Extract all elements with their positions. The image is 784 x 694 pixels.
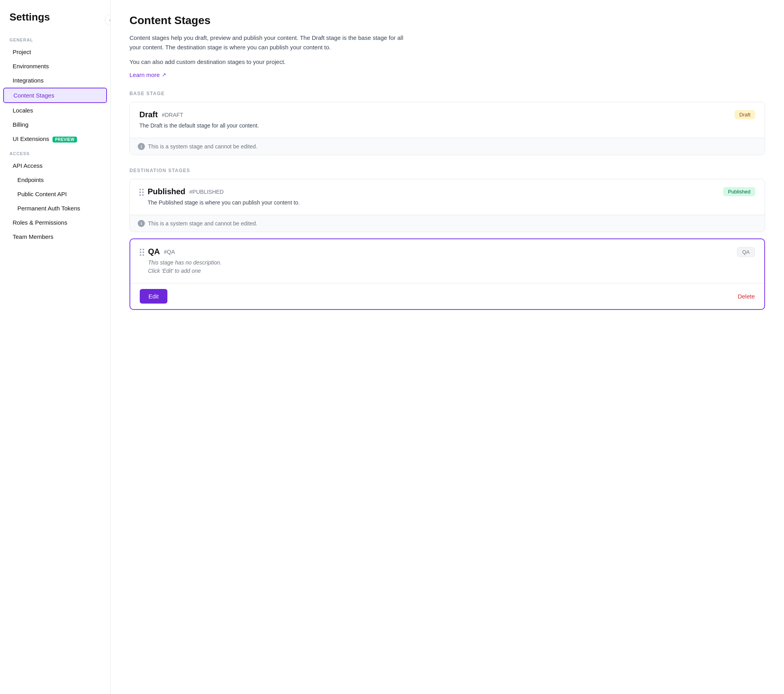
- sidebar-item-permanent-auth-tokens[interactable]: Permanent Auth Tokens: [3, 201, 107, 215]
- stage-desc-qa: This stage has no description.Click 'Edi…: [148, 259, 731, 275]
- stage-badge-qa: QA: [737, 247, 755, 257]
- system-notice-text: This is a system stage and cannot be edi…: [148, 143, 257, 150]
- sidebar: Settings ‹ GENERALProjectEnvironmentsInt…: [0, 0, 111, 694]
- sidebar-item-public-content-api[interactable]: Public Content API: [3, 187, 107, 201]
- stage-desc-published: The Published stage is where you can pub…: [148, 199, 717, 207]
- sidebar-item-billing[interactable]: Billing: [3, 118, 107, 131]
- stage-name-row-published: Published#PUBLISHED: [148, 187, 717, 196]
- sidebar-section-label: GENERAL: [0, 33, 110, 45]
- destination-stage-section-label: DESTINATION STAGES: [129, 168, 765, 173]
- stage-info-published: Published#PUBLISHEDThe Published stage i…: [148, 187, 717, 207]
- page-title: Content Stages: [129, 14, 765, 27]
- stage-badge-published: Published: [723, 187, 755, 196]
- system-notice-published: iThis is a system stage and cannot be ed…: [130, 215, 765, 232]
- stage-name-row-qa: QA#QA: [148, 247, 731, 256]
- destination-stage-card-published: Published#PUBLISHEDThe Published stage i…: [129, 179, 765, 232]
- sidebar-item-integrations[interactable]: Integrations: [3, 73, 107, 87]
- stage-name-published: Published: [148, 187, 186, 196]
- main-content: Content Stages Content stages help you d…: [111, 0, 784, 694]
- page-description: Content stages help you draft, preview a…: [129, 33, 414, 52]
- sidebar-item-endpoints[interactable]: Endpoints: [3, 173, 107, 187]
- info-icon: i: [138, 143, 145, 150]
- base-stage-description: The Draft is the default stage for all y…: [139, 122, 728, 130]
- stage-card-left-qa: QA#QAThis stage has no description.Click…: [140, 247, 731, 275]
- base-stage-info: Draft #DRAFT The Draft is the default st…: [139, 110, 728, 130]
- sidebar-item-content-stages[interactable]: Content Stages: [3, 88, 107, 103]
- stage-hash-qa: #QA: [164, 249, 175, 255]
- base-stage-system-notice: i This is a system stage and cannot be e…: [130, 138, 765, 155]
- base-stage-section-label: BASE STAGE: [129, 91, 765, 96]
- sidebar-item-team-members[interactable]: Team Members: [3, 230, 107, 244]
- stage-card-body-published: Published#PUBLISHEDThe Published stage i…: [130, 179, 765, 215]
- sidebar-item-api-access[interactable]: API Access: [3, 159, 107, 173]
- drag-handle-qa[interactable]: [140, 247, 144, 256]
- info-icon-published: i: [138, 220, 145, 227]
- destination-stages-section: DESTINATION STAGES Published#PUBLISHEDTh…: [129, 168, 765, 310]
- learn-more-link[interactable]: Learn more ↗: [129, 71, 166, 78]
- drag-handle-published[interactable]: [139, 187, 144, 196]
- sidebar-item-roles-permissions[interactable]: Roles & Permissions: [3, 216, 107, 229]
- base-stage-card: Draft #DRAFT The Draft is the default st…: [129, 102, 765, 155]
- stage-card-left-published: Published#PUBLISHEDThe Published stage i…: [139, 187, 717, 207]
- base-stage-card-body: Draft #DRAFT The Draft is the default st…: [130, 102, 765, 138]
- delete-button-qa[interactable]: Delete: [738, 293, 755, 300]
- base-stage-hash: #DRAFT: [162, 112, 183, 118]
- base-stage-name-row: Draft #DRAFT: [139, 110, 728, 119]
- system-notice-text-published: This is a system stage and cannot be edi…: [148, 220, 257, 227]
- card-footer-qa: EditDelete: [130, 283, 764, 309]
- stage-card-body-qa: QA#QAThis stage has no description.Click…: [130, 239, 764, 283]
- stage-hash-published: #PUBLISHED: [189, 189, 224, 195]
- external-link-icon: ↗: [162, 72, 166, 78]
- sidebar-item-environments[interactable]: Environments: [3, 59, 107, 73]
- edit-button-qa[interactable]: Edit: [140, 289, 167, 304]
- custom-description: You can also add custom destination stag…: [129, 58, 765, 65]
- sidebar-section-label: ACCESS: [0, 146, 110, 158]
- sidebar-item-ui-extensions[interactable]: UI ExtensionsPREVIEW: [3, 132, 107, 146]
- stage-name-qa: QA: [148, 247, 160, 256]
- destination-stage-card-qa: QA#QAThis stage has no description.Click…: [129, 238, 765, 310]
- sidebar-item-project[interactable]: Project: [3, 45, 107, 59]
- sidebar-title: Settings: [0, 11, 110, 33]
- base-stage-badge: Draft: [735, 110, 755, 119]
- stage-info-qa: QA#QAThis stage has no description.Click…: [148, 247, 731, 275]
- preview-badge: PREVIEW: [53, 137, 77, 143]
- base-stage-name: Draft: [139, 110, 158, 119]
- sidebar-item-locales[interactable]: Locales: [3, 103, 107, 117]
